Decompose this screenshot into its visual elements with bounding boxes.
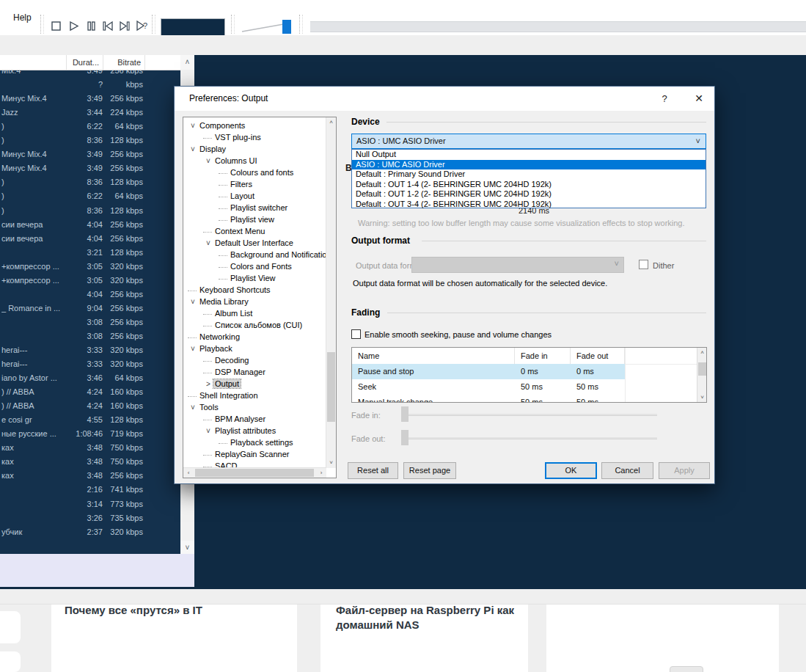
dialog-titlebar[interactable]: Preferences: Output ? ✕ [175,87,714,111]
tree-item-colours-and-fonts[interactable]: Colours and fonts [183,167,325,178]
random-button[interactable]: ? [133,18,151,34]
scrollbar-thumb[interactable] [195,469,314,477]
tree-item-decoding[interactable]: Decoding [183,354,325,366]
chevron-down-icon[interactable]: ˅ [188,120,198,132]
column-header-duration[interactable]: Durat... [66,55,103,70]
playlist-row[interactable]: +компрессор ...3:05320 kbps [0,260,180,274]
tree-item-bpm-analyser[interactable]: BPM Analyser [183,413,325,425]
playlist-row[interactable]: ?kbps [0,78,180,92]
play-button[interactable] [65,18,82,34]
cancel-button[interactable]: Cancel [601,462,653,479]
scroll-left-icon[interactable]: ‹ [183,468,194,478]
playlist-row[interactable]: )6:2264 kbps [0,120,180,134]
pause-button[interactable] [82,18,100,34]
toolbar-grip[interactable] [152,15,155,34]
tree-item-playlist-switcher[interactable]: Playlist switcher [183,202,325,213]
chevron-down-icon[interactable]: ˅ [188,402,198,414]
tree-item-components[interactable]: ˅Components [183,120,325,131]
previous-button[interactable] [99,18,117,34]
playlist-row[interactable]: Минус Mix.43:49256 kbps [0,147,180,161]
visualization-panel[interactable] [161,18,225,36]
device-option[interactable]: Default : OUT 3-4 (2- BEHRINGER UMC 204H… [352,200,706,210]
playlist-row[interactable]: ) // ABBA4:24160 kbps [0,385,180,399]
playlist-row[interactable]: сии вечера4:04256 kbps [0,218,180,232]
playlist-row[interactable]: 3:08256 kbps [0,315,180,329]
scroll-up-icon[interactable]: ˄ [180,55,194,70]
tree-item-tools[interactable]: ˅Tools [183,401,325,413]
toolbar-grip[interactable] [231,15,235,34]
col-fade-in[interactable]: Fade in [515,348,571,364]
tree-item-output[interactable]: ˃Output [183,378,325,390]
tree-item-replaygain-scanner[interactable]: ReplayGain Scanner [183,448,325,460]
device-option[interactable]: Default : OUT 1-4 (2- BEHRINGER UMC 204H… [352,180,706,190]
playlist-row[interactable]: )6:2264 kbps [0,189,180,203]
playlist-row[interactable]: Минус Mix.43:49256 kbps [0,92,180,106]
tree-item-playlist-view[interactable]: Playlist View [183,272,325,284]
playlist-row[interactable]: +компрессор ...3:05320 kbps [0,274,180,288]
device-combobox[interactable]: ASIO : UMC ASIO Driver ˅ [351,134,706,149]
column-header-blank[interactable] [144,55,180,70]
seekbar[interactable] [310,21,806,32]
playlist-row[interactable]: e cosi gr4:55128 kbps [0,413,180,427]
tree-item-columns-ui[interactable]: ˅Columns UI [183,155,325,167]
playlist-row[interactable]: 3:21128 kbps [0,246,180,260]
stop-button[interactable] [47,18,65,34]
scrollbar-thumb[interactable] [327,352,335,422]
article-card[interactable] [546,596,779,672]
chevron-down-icon[interactable]: ˅ [696,134,700,148]
playlist-row[interactable]: herai---3:33320 kbps [0,343,180,357]
article-card[interactable]: Файл-сервер на Raspberry Pi как домашний… [320,596,528,672]
tree-hscrollbar[interactable]: ‹ › [183,467,326,478]
playlist-row[interactable]: 4:04256 kbps [0,288,180,302]
tree-item-album-list[interactable]: Album List [183,307,325,319]
playlist-row[interactable]: ках3:48750 kbps [0,455,180,469]
playlist-row[interactable]: убчик2:37320 kbps [0,525,180,539]
device-option[interactable]: Default : OUT 1-2 (2- BEHRINGER UMC 204H… [352,189,706,200]
tree-item-playlist-attributes[interactable]: ˅Playlist attributes [183,425,325,437]
chevron-down-icon[interactable]: ˅ [188,144,198,156]
tree-item-vst-plug-ins[interactable]: VST plug-ins [183,131,325,143]
ok-button[interactable]: OK [545,462,597,479]
tree-item-dsp-manager[interactable]: DSP Manager [183,366,325,378]
fading-table-scrollbar[interactable]: ˄ ˅ [697,348,707,402]
tree-item-keyboard-shortcuts[interactable]: Keyboard Shortcuts [183,284,325,296]
scroll-up-icon[interactable]: ˄ [326,117,336,128]
playlist-row[interactable]: 3:26735 kbps [0,511,180,525]
tree-item-shell-integration[interactable]: Shell Integration [183,390,325,401]
device-option[interactable]: Null Output [352,150,706,160]
playlist-row[interactable]: Jazz3:44224 kbps [0,106,180,120]
tree-item-layout[interactable]: Layout [183,190,325,202]
dialog-help-button[interactable]: ? [650,87,679,111]
chevron-down-icon[interactable]: ˅ [203,238,213,249]
scroll-down-icon[interactable]: ˅ [326,458,336,468]
page-button[interactable] [670,666,703,672]
playlist-row[interactable]: iano by Astor ...3:4664 kbps [0,371,180,385]
scroll-up-icon[interactable]: ˄ [697,348,707,357]
chevron-down-icon[interactable]: ˅ [203,426,213,437]
article-card[interactable]: Почему все «прутся» в IT [51,596,297,672]
tree-item-playlist-view[interactable]: Playlist view [183,213,325,225]
playlist-row[interactable]: ках3:48256 kbps [0,469,180,483]
tree-item-networking[interactable]: Networking [183,331,325,343]
menu-help[interactable]: Help [7,10,37,26]
playlist-row[interactable]: )8:36128 kbps [0,175,180,189]
page-card[interactable] [0,611,21,643]
tree-item-playback[interactable]: ˅Playback [183,343,325,354]
playlist-row[interactable]: 2:16741 kbps [0,483,180,497]
tree-item-filters[interactable]: Filters [183,178,325,190]
tree-item-context-menu[interactable]: Context Menu [183,225,325,237]
tree-item-список-альбомов-cui-[interactable]: Список альбомов (CUI) [183,319,325,331]
col-name[interactable]: Name [352,348,515,364]
playlist-row[interactable]: сии вечера4:04256 kbps [0,232,180,246]
playlist-row[interactable]: _ Romance in ...9:04256 kbps [0,302,180,315]
tree-item-playback-settings[interactable]: Playback settings [183,437,325,448]
article-title[interactable]: Файл-сервер на Raspberry Pi как домашний… [336,603,519,632]
close-icon[interactable]: ✕ [684,87,714,111]
playlist-row[interactable]: 3:14773 kbps [0,497,180,511]
article-title[interactable]: Почему все «прутся» в IT [65,603,284,618]
device-option[interactable]: ASIO : UMC ASIO Driver [352,160,706,170]
fading-table-row[interactable]: Seek50 ms50 ms [352,379,697,395]
dither-checkbox[interactable] [639,260,648,269]
tree-item-colors-and-fonts[interactable]: Colors and Fonts [183,260,325,272]
playlist-row[interactable]: ) // ABBA4:24160 kbps [0,399,180,413]
